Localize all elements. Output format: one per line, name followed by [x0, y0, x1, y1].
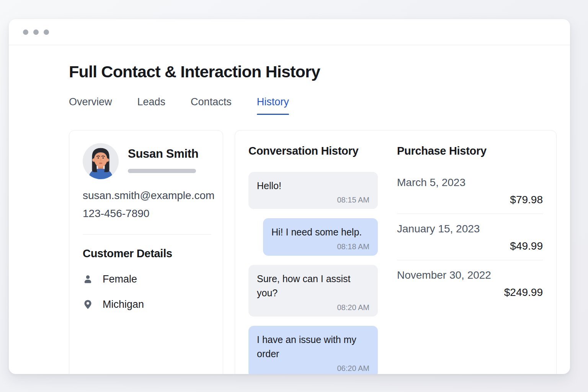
detail-row-location: Michigan: [83, 299, 211, 310]
page-title: Full Contact & Interaction History: [69, 62, 557, 81]
purchase-amount: $79.98: [397, 194, 543, 206]
tab-leads[interactable]: Leads: [137, 96, 166, 114]
person-icon: [83, 274, 93, 284]
purchase-item: March 5, 2023 $79.98: [397, 176, 543, 214]
history-card: Conversation History Hello! 08:15 AM Hi!…: [235, 130, 557, 374]
divider: [83, 234, 211, 235]
message-text: Hi! I need some help.: [271, 225, 369, 240]
name-underline-bar: [128, 169, 196, 173]
message-timestamp: 08:15 AM: [257, 195, 369, 204]
purchase-date: November 30, 2022: [397, 269, 543, 281]
page-content: Full Contact & Interaction History Overv…: [9, 45, 570, 374]
contact-name: Susan Smith: [128, 147, 198, 161]
message-timestamp: 08:18 AM: [271, 242, 369, 251]
window-titlebar: [9, 19, 570, 45]
purchase-history-title: Purchase History: [397, 145, 543, 157]
app-window: Full Contact & Interaction History Overv…: [9, 19, 570, 374]
window-control-dot[interactable]: [33, 29, 39, 35]
profile-header: Susan Smith: [83, 143, 211, 179]
chat-bubble-customer: I have an issue with my order 06:20 AM: [248, 326, 378, 374]
location-value: Michigan: [103, 299, 144, 310]
profile-name-block: Susan Smith: [128, 143, 198, 173]
purchase-date: March 5, 2023: [397, 176, 543, 189]
contact-profile-card: Susan Smith susan.smith@example.com 123-…: [69, 130, 223, 374]
message-timestamp: 08:20 AM: [257, 303, 369, 312]
avatar: [83, 143, 119, 179]
message-text: Sure, how can I assist you?: [257, 272, 369, 301]
gender-value: Female: [103, 273, 137, 285]
cards-row: Susan Smith susan.smith@example.com 123-…: [69, 130, 557, 374]
window-control-dot[interactable]: [23, 29, 28, 35]
message-text: Hello!: [257, 179, 369, 193]
location-pin-icon: [83, 299, 93, 310]
message-text: I have an issue with my order: [257, 333, 369, 361]
contact-phone: 123-456-7890: [83, 207, 211, 220]
purchase-date: January 15, 2023: [397, 223, 543, 235]
purchase-history-section: Purchase History March 5, 2023 $79.98 Ja…: [397, 143, 543, 374]
message-list: Hello! 08:15 AM Hi! I need some help. 08…: [248, 172, 378, 374]
purchase-item: January 15, 2023 $49.99: [397, 214, 543, 260]
chat-bubble-agent: Sure, how can I assist you? 08:20 AM: [248, 265, 378, 317]
purchase-list: March 5, 2023 $79.98 January 15, 2023 $4…: [397, 176, 543, 306]
purchase-amount: $249.99: [397, 286, 543, 299]
tab-bar: Overview Leads Contacts History: [69, 96, 557, 114]
chat-bubble-agent: Hello! 08:15 AM: [248, 172, 378, 209]
message-timestamp: 06:20 AM: [257, 364, 369, 373]
conversation-history-title: Conversation History: [248, 145, 378, 157]
detail-row-gender: Female: [83, 273, 211, 285]
purchase-item: November 30, 2022 $249.99: [397, 260, 543, 306]
chat-bubble-customer: Hi! I need some help. 08:18 AM: [263, 218, 378, 256]
tab-contacts[interactable]: Contacts: [191, 96, 232, 114]
conversation-history-section: Conversation History Hello! 08:15 AM Hi!…: [248, 143, 378, 374]
contact-email: susan.smith@example.com: [83, 189, 211, 202]
window-control-dot[interactable]: [44, 29, 49, 35]
customer-details-title: Customer Details: [83, 247, 211, 260]
purchase-amount: $49.99: [397, 240, 543, 252]
tab-history[interactable]: History: [257, 96, 289, 114]
tab-overview[interactable]: Overview: [69, 96, 112, 114]
